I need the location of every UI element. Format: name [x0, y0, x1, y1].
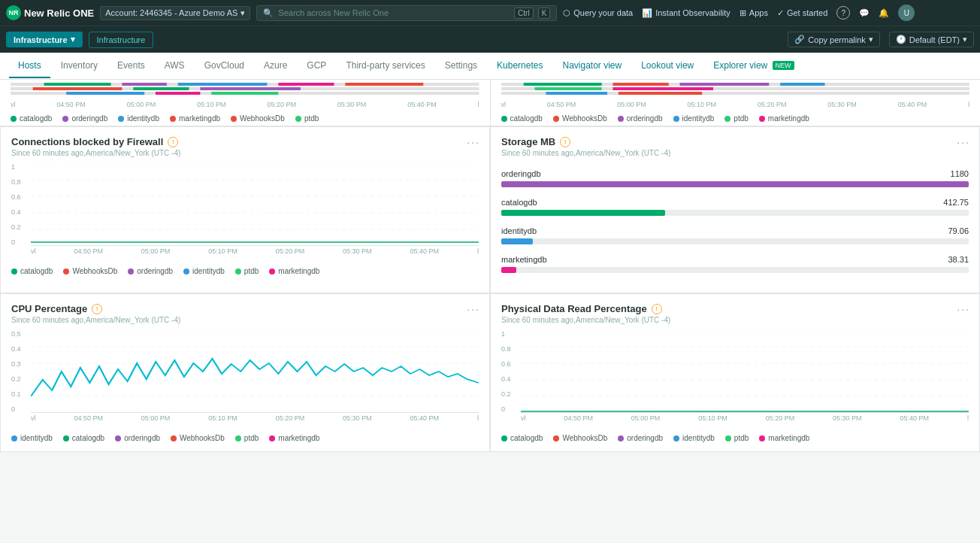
- comment-icon: 💬: [859, 8, 870, 18]
- svg-rect-18: [780, 83, 824, 86]
- legend-item: orderingdb: [62, 114, 107, 123]
- svg-rect-16: [612, 83, 668, 86]
- check-icon: ✓: [777, 8, 784, 18]
- nav-actions: ⬡ Query your data 📊 Instant Observabilit…: [563, 5, 915, 21]
- legend-dot: [128, 268, 134, 275]
- legend-item: WebhooksDb: [553, 114, 607, 123]
- search-shortcut-ctrl: Ctrl: [514, 8, 534, 19]
- physical-chart-svg: [521, 330, 969, 413]
- cpu-chart-svg: [31, 330, 479, 413]
- copy-permalink-button[interactable]: 🔗 Copy permalink ▾: [788, 32, 879, 47]
- legend-item: identitydb: [183, 267, 225, 275]
- bar-track: [501, 238, 969, 244]
- apps-button[interactable]: ⊞ Apps: [740, 8, 768, 18]
- legend-dot: [171, 435, 177, 441]
- svg-rect-13: [211, 92, 278, 95]
- legend-dot: [618, 116, 624, 122]
- legend-dot: [11, 435, 17, 441]
- get-started-button[interactable]: ✓ Get started: [777, 8, 827, 18]
- logo-icon: NR: [6, 5, 21, 20]
- physical-data-read-title: Physical Data Read Percentage !: [501, 303, 969, 314]
- svg-rect-11: [66, 92, 144, 95]
- tab-events[interactable]: Events: [108, 54, 154, 78]
- infra-dropdown-label: Infrastructure: [14, 35, 68, 44]
- bar-row-catalogdb: catalogdb 412.75: [501, 198, 969, 216]
- tab-third-party[interactable]: Third-party services: [337, 54, 434, 78]
- legend-dot: [235, 268, 241, 275]
- tab-settings[interactable]: Settings: [436, 54, 486, 78]
- legend-item: identitydb: [673, 434, 715, 442]
- svg-rect-21: [612, 87, 713, 90]
- top-navigation: NR New Relic ONE Account: 2446345 - Azur…: [0, 0, 980, 26]
- logo[interactable]: NR New Relic ONE: [6, 5, 94, 20]
- bar-label-catalogdb: catalogdb: [501, 198, 537, 207]
- tab-gcp[interactable]: GCP: [298, 54, 335, 78]
- chart-menu-storage[interactable]: ···: [957, 136, 970, 148]
- mini-chart-area-right: [501, 83, 970, 99]
- tab-inventory[interactable]: Inventory: [52, 54, 107, 78]
- chart-menu-cpu[interactable]: ···: [467, 303, 480, 315]
- legend-dot: [724, 116, 730, 122]
- messages-button[interactable]: 💬: [859, 8, 870, 18]
- instant-obs-icon: 📊: [642, 8, 652, 18]
- tab-explorer-view[interactable]: Explorer view NEW: [704, 54, 803, 78]
- storage-bars: orderingdb 1180 catalogdb 412.75: [501, 169, 969, 273]
- legend-dot: [295, 116, 301, 122]
- new-badge: NEW: [773, 61, 794, 70]
- tab-azure[interactable]: Azure: [255, 54, 296, 78]
- infrastructure-active-button[interactable]: Infrastructure: [89, 32, 154, 48]
- query-label: Query your data: [573, 8, 633, 17]
- legend-dot: [231, 116, 237, 122]
- legend-dot: [553, 116, 559, 122]
- help-button[interactable]: ?: [836, 6, 850, 20]
- legend-item: catalogdb: [63, 434, 104, 442]
- infrastructure-dropdown-button[interactable]: Infrastructure ▾: [6, 32, 83, 47]
- legend-item: marketingdb: [759, 434, 809, 442]
- legend-item: WebhooksDb: [553, 434, 607, 442]
- legend-item: orderingdb: [618, 434, 663, 442]
- connections-chart-svg: [31, 163, 479, 246]
- tab-govcloud[interactable]: GovCloud: [195, 54, 253, 78]
- svg-rect-9: [200, 87, 301, 90]
- tab-lookout-view[interactable]: Lookout view: [632, 54, 703, 78]
- instant-observability-button[interactable]: 📊 Instant Observability: [642, 8, 730, 18]
- bar-track: [501, 210, 969, 216]
- tab-aws[interactable]: AWS: [156, 54, 194, 78]
- legend-dot: [673, 116, 679, 122]
- mini-chart-svg-right: [501, 83, 970, 99]
- bar-track: [501, 267, 969, 273]
- tab-navigator-view[interactable]: Navigator view: [553, 54, 631, 78]
- instant-obs-label: Instant Observability: [655, 8, 730, 17]
- storage-mb-subtitle: Since 60 minutes ago,America/New_York (U…: [501, 149, 969, 157]
- svg-rect-15: [523, 83, 601, 86]
- time-picker-button[interactable]: 🕐 Default (EDT) ▾: [889, 32, 974, 47]
- bar-value-identitydb: 79.06: [948, 226, 969, 235]
- chart-menu-physical[interactable]: ···: [957, 303, 970, 315]
- search-placeholder: Search across New Relic One: [278, 8, 510, 17]
- user-avatar[interactable]: U: [898, 5, 915, 21]
- search-bar[interactable]: 🔍 Search across New Relic One Ctrl K: [256, 5, 557, 21]
- connections-blocked-subtitle: Since 60 minutes ago,America/New_York (U…: [11, 149, 479, 157]
- mini-chart-right: vl 04:50 PM 05:00 PM 05:10 PM 05:20 PM 0…: [491, 80, 981, 126]
- legend-item: catalogdb: [11, 114, 52, 123]
- physical-legend: catalogdb WebhooksDb orderingdb identity…: [501, 434, 969, 442]
- legend-item: ptdb: [724, 114, 748, 123]
- query-your-data-button[interactable]: ⬡ Query your data: [563, 8, 633, 18]
- notifications-button[interactable]: 🔔: [879, 8, 889, 18]
- bar-value-marketingdb: 38.31: [948, 255, 969, 264]
- legend-dot: [673, 435, 679, 441]
- alert-icon: !: [92, 304, 102, 314]
- bar-row-identitydb: identitydb 79.06: [501, 226, 969, 244]
- tab-hosts[interactable]: Hosts: [9, 54, 50, 78]
- account-selector[interactable]: Account: 2446345 - Azure Demo AS ▾: [100, 6, 250, 20]
- legend-item: ptdb: [725, 434, 749, 442]
- legend-dot: [63, 435, 69, 441]
- bell-icon: 🔔: [879, 8, 889, 18]
- legend-dot: [62, 116, 68, 122]
- chart-menu-connections[interactable]: ···: [467, 136, 480, 148]
- legend-dot: [11, 116, 17, 122]
- svg-rect-12: [156, 92, 200, 95]
- bar-fill-marketingdb: [501, 267, 516, 273]
- copy-permalink-label: Copy permalink: [808, 35, 865, 44]
- tab-kubernetes[interactable]: Kubernetes: [488, 54, 552, 78]
